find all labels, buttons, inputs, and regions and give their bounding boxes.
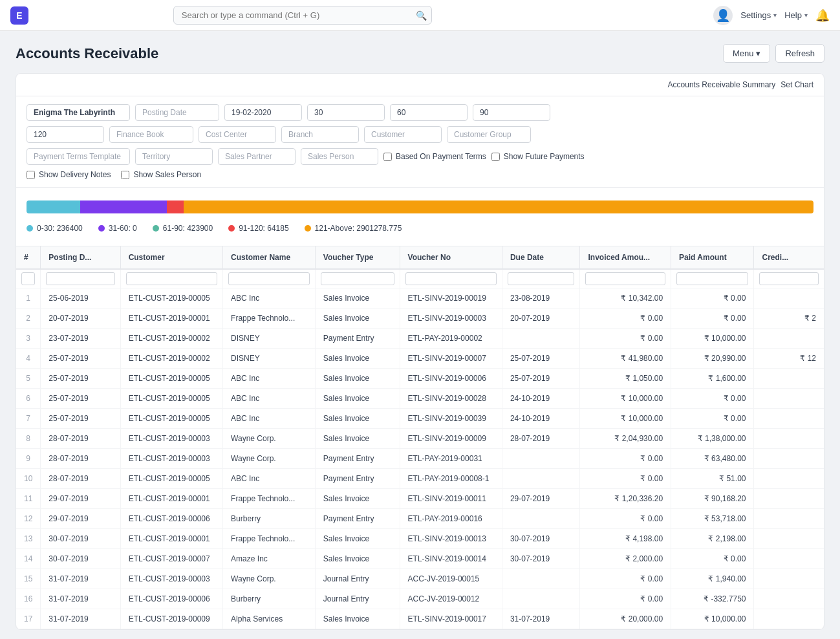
- range2-filter[interactable]: [390, 104, 468, 121]
- col-header-num: #: [16, 246, 41, 269]
- filter-input-paid_amount[interactable]: [676, 272, 748, 285]
- cell-invoiced_amount: ₹ 0.00: [580, 509, 671, 529]
- legend-item: 61-90: 423900: [153, 224, 213, 233]
- cell-paid_amount: ₹ 0.00: [671, 549, 754, 569]
- accounts-receivable-summary-link[interactable]: Accounts Receivable Summary: [668, 80, 776, 89]
- cell-customer_name: Wayne Corp.: [223, 449, 316, 469]
- filter-input-posting_date[interactable]: [46, 272, 114, 285]
- cell-customer: ETL-CUST-2019-00003: [120, 569, 222, 589]
- filter-input-voucher_type[interactable]: [321, 272, 394, 285]
- filter-input-customer[interactable]: [126, 272, 217, 285]
- cell-due_date: 28-07-2019: [502, 429, 580, 449]
- cell-customer_name: ABC Inc: [223, 369, 316, 389]
- cell-customer: ETL-CUST-2019-00001: [120, 309, 222, 329]
- cell-posting_date: 28-07-2019: [41, 449, 120, 469]
- sales-person-filter[interactable]: [301, 148, 378, 165]
- cell-paid_amount: ₹ 90,168.20: [671, 489, 754, 509]
- filter-input-credit[interactable]: [759, 272, 819, 285]
- cell-due_date: 31-07-2019: [502, 609, 580, 629]
- cell-paid_amount: ₹ 2,198.00: [671, 529, 754, 549]
- cell-posting_date: 25-07-2019: [41, 369, 120, 389]
- finance-book-filter[interactable]: [109, 126, 193, 143]
- cost-center-filter[interactable]: [199, 126, 276, 143]
- cell-invoiced_amount: ₹ 10,342.00: [580, 288, 671, 309]
- territory-filter[interactable]: [135, 148, 213, 165]
- cell-voucher_no: ETL-SINV-2019-00011: [400, 489, 502, 509]
- show-sales-person-checkbox[interactable]: [121, 171, 129, 179]
- notification-bell-icon[interactable]: 🔔: [815, 8, 830, 23]
- cell-voucher_no: ACC-JV-2019-00015: [400, 569, 502, 589]
- cell-posting_date: 30-07-2019: [41, 549, 120, 569]
- cell-voucher_no: ETL-PAY-2019-00008-1: [400, 469, 502, 489]
- filter-cell-voucher_type: [315, 269, 400, 288]
- cell-posting_date: 23-07-2019: [41, 329, 120, 349]
- show-future-payments-checkbox[interactable]: [491, 153, 500, 161]
- page-title: Accounts Receivable: [16, 45, 158, 62]
- cell-voucher_type: Sales Invoice: [315, 349, 400, 369]
- cell-credit: [754, 609, 824, 629]
- data-table: #Posting D...CustomerCustomer NameVouche…: [16, 246, 824, 629]
- cell-invoiced_amount: ₹ 10,000.00: [580, 409, 671, 429]
- table-wrapper: #Posting D...CustomerCustomer NameVouche…: [16, 246, 824, 629]
- cell-invoiced_amount: ₹ 0.00: [580, 569, 671, 589]
- date-value-filter[interactable]: [224, 104, 302, 121]
- posting-date-filter[interactable]: [135, 104, 219, 121]
- help-button[interactable]: Help ▾: [784, 10, 808, 20]
- cell-voucher_type: Sales Invoice: [315, 409, 400, 429]
- cell-due_date: [502, 589, 580, 609]
- cell-voucher_type: Journal Entry: [315, 589, 400, 609]
- cell-customer_name: ABC Inc: [223, 409, 316, 429]
- cell-credit: [754, 549, 824, 569]
- cell-voucher_type: Sales Invoice: [315, 489, 400, 509]
- cell-customer: ETL-CUST-2019-00005: [120, 369, 222, 389]
- cell-posting_date: 31-07-2019: [41, 609, 120, 629]
- customer-group-filter[interactable]: [447, 126, 531, 143]
- cell-customer_name: DISNEY: [223, 349, 316, 369]
- filter-input-due_date[interactable]: [508, 272, 575, 285]
- cell-voucher_no: ETL-SINV-2019-00039: [400, 409, 502, 429]
- cell-invoiced_amount: ₹ 0.00: [580, 589, 671, 609]
- cell-credit: [754, 409, 824, 429]
- filter-input-invoiced_amount[interactable]: [585, 272, 665, 285]
- table-row: 525-07-2019ETL-CUST-2019-00005ABC IncSal…: [16, 369, 824, 389]
- range4-filter[interactable]: [27, 126, 104, 143]
- cell-due_date: [502, 449, 580, 469]
- search-input[interactable]: [173, 6, 432, 25]
- help-chevron-icon: ▾: [804, 12, 808, 19]
- filter-input-voucher_no[interactable]: [405, 272, 497, 285]
- based-on-payment-terms-checkbox[interactable]: [383, 153, 392, 161]
- cell-customer: ETL-CUST-2019-00006: [120, 509, 222, 529]
- refresh-button[interactable]: Refresh: [775, 44, 824, 63]
- cell-voucher_type: Sales Invoice: [315, 389, 400, 409]
- search-icon: 🔍: [416, 10, 427, 21]
- legend-item: 121-Above: 2901278.775: [305, 224, 402, 233]
- cell-posting_date: 25-07-2019: [41, 409, 120, 429]
- branch-filter[interactable]: [281, 126, 359, 143]
- cell-due_date: [502, 329, 580, 349]
- filter-input-num[interactable]: [21, 272, 35, 285]
- show-delivery-notes-checkbox[interactable]: [27, 171, 35, 179]
- cell-credit: [754, 449, 824, 469]
- row-number: 10: [16, 469, 41, 489]
- menu-button[interactable]: Menu ▾: [723, 44, 771, 63]
- filter-cell-credit: [754, 269, 824, 288]
- sales-partner-filter[interactable]: [218, 148, 296, 165]
- chart-section: 0-30: 23640031-60: 061-90: 42390091-120:…: [16, 188, 824, 246]
- filter-input-customer_name[interactable]: [228, 272, 310, 285]
- filter-row-1: [27, 104, 813, 121]
- cell-paid_amount: ₹ 10,000.00: [671, 329, 754, 349]
- customer-filter[interactable]: [364, 126, 442, 143]
- row-number: 5: [16, 369, 41, 389]
- set-chart-button[interactable]: Set Chart: [781, 80, 813, 89]
- settings-button[interactable]: Settings ▾: [740, 10, 777, 20]
- cell-customer_name: ABC Inc: [223, 389, 316, 409]
- range3-filter[interactable]: [473, 104, 550, 121]
- chart-legend: 0-30: 23640031-60: 061-90: 42390091-120:…: [27, 224, 813, 233]
- filter-cell-customer_name: [223, 269, 316, 288]
- range1-filter[interactable]: [307, 104, 385, 121]
- company-filter[interactable]: [27, 104, 130, 121]
- cell-invoiced_amount: ₹ 2,04,930.00: [580, 429, 671, 449]
- page-actions: Menu ▾ Refresh: [723, 44, 824, 63]
- payment-terms-filter[interactable]: [27, 148, 130, 165]
- col-header-customer: Customer: [120, 246, 222, 269]
